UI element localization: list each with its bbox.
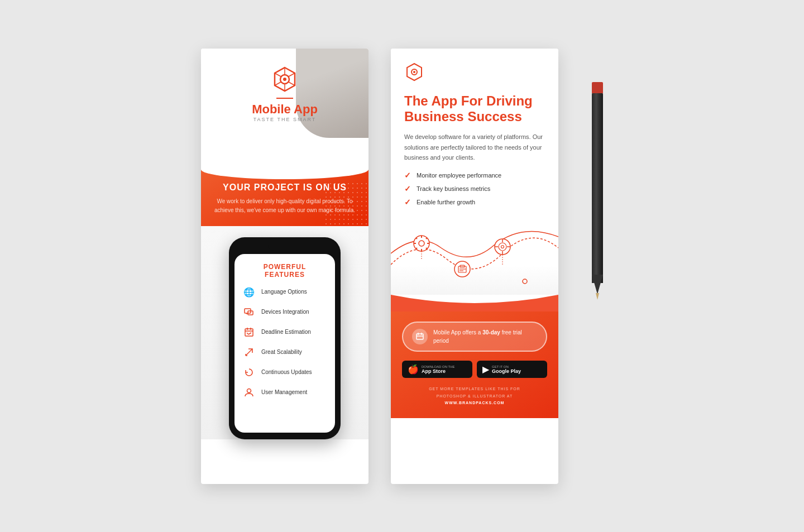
checkmark-2: ✓ bbox=[404, 184, 411, 193]
pencil-eraser bbox=[592, 82, 603, 94]
pencil-decoration bbox=[592, 82, 603, 294]
svg-line-19 bbox=[246, 349, 252, 356]
footer-line2: PHOTOSHOP & ILLUSTRATOR AT bbox=[402, 393, 547, 400]
timeline-svg bbox=[391, 220, 558, 293]
svg-line-6 bbox=[275, 82, 281, 85]
pencil-body bbox=[592, 93, 603, 283]
apple-icon: 🍎 bbox=[408, 364, 419, 375]
card2-logo-icon bbox=[404, 62, 424, 82]
check-label-2: Track key business metrics bbox=[417, 185, 490, 192]
svg-line-5 bbox=[289, 73, 295, 76]
svg-line-7 bbox=[275, 73, 281, 76]
svg-point-25 bbox=[413, 71, 415, 73]
feature-deadline: Deadline Estimation bbox=[242, 325, 327, 339]
white-curve bbox=[201, 160, 368, 179]
svg-point-2 bbox=[283, 78, 286, 81]
svg-line-33 bbox=[426, 248, 427, 249]
svg-line-32 bbox=[416, 238, 417, 239]
bottom-wave-svg bbox=[391, 295, 558, 311]
trial-box: Mobile App offers a 30-day free trial pe… bbox=[402, 322, 547, 352]
check-item-2: ✓ Track key business metrics bbox=[404, 184, 545, 193]
svg-line-18 bbox=[248, 333, 251, 334]
trial-appname: Mobile App bbox=[433, 329, 461, 336]
svg-point-50 bbox=[523, 279, 527, 284]
card2-bottom: Mobile App offers a 30-day free trial pe… bbox=[391, 310, 558, 418]
card2-bottom-wrapper: Mobile App offers a 30-day free trial pe… bbox=[391, 295, 558, 418]
check-item-3: ✓ Enable further growth bbox=[404, 198, 545, 207]
updates-icon bbox=[242, 366, 256, 379]
logo-icon bbox=[271, 65, 299, 93]
googleplay-button[interactable]: ▶ GET IT ON Google Play bbox=[477, 361, 547, 378]
appstore-button[interactable]: 🍎 Download on the App Store bbox=[402, 361, 472, 378]
feature-language: 🌐 Language Options bbox=[242, 285, 327, 299]
footer-url: WWW.BRANDPACKS.COM bbox=[402, 400, 547, 407]
feature-scalability-label: Great Scalability bbox=[261, 349, 302, 355]
svg-line-17 bbox=[247, 333, 248, 334]
pencil-point bbox=[596, 293, 599, 300]
card1-tagline: TASTE THE SMART bbox=[253, 117, 317, 122]
feature-users-label: User Management bbox=[261, 389, 307, 395]
feature-devices: Devices Integration bbox=[242, 305, 327, 319]
card-right: The App For Driving Business Success We … bbox=[391, 49, 558, 484]
dot-pattern bbox=[324, 181, 368, 226]
features-title: POWERFUL FEATURES bbox=[242, 263, 327, 279]
card1-orange-section: YOUR PROJECT IS ON US We work to deliver… bbox=[201, 160, 368, 226]
appstore-text: Download on the App Store bbox=[422, 365, 455, 374]
check-item-1: ✓ Monitor employee performance bbox=[404, 171, 545, 180]
appstore-name: App Store bbox=[422, 368, 455, 374]
feature-language-label: Language Options bbox=[261, 289, 307, 295]
pencil-tip bbox=[592, 275, 603, 294]
trial-icon bbox=[412, 329, 428, 344]
devices-icon bbox=[242, 305, 256, 319]
logo-section: Mobile App TASTE THE SMART bbox=[212, 65, 357, 122]
card1-brand-name: Mobile App bbox=[252, 102, 318, 117]
check-label-3: Enable further growth bbox=[417, 199, 475, 205]
trial-text: Mobile App offers a 30-day free trial pe… bbox=[433, 328, 537, 345]
feature-updates: Continuous Updates bbox=[242, 366, 327, 379]
card2-description: We develop software for a variety of pla… bbox=[404, 132, 545, 163]
card-left: Mobile App TASTE THE SMART YOUR PROJECT … bbox=[201, 49, 368, 484]
svg-rect-51 bbox=[417, 334, 423, 339]
users-icon bbox=[242, 386, 256, 399]
googleplay-text: GET IT ON Google Play bbox=[492, 365, 521, 374]
checkmark-1: ✓ bbox=[404, 171, 411, 180]
google-play-icon: ▶ bbox=[482, 364, 489, 375]
checkmark-3: ✓ bbox=[404, 198, 411, 207]
feature-users: User Management bbox=[242, 386, 327, 399]
card2-header: The App For Driving Business Success We … bbox=[391, 49, 558, 221]
deadline-icon bbox=[242, 325, 256, 339]
card2-title: The App For Driving Business Success bbox=[404, 93, 545, 126]
trial-days: 30-day bbox=[482, 329, 500, 336]
check-label-1: Monitor employee performance bbox=[417, 172, 501, 179]
trial-offers: offers a bbox=[461, 329, 482, 336]
svg-line-35 bbox=[426, 238, 427, 239]
language-icon: 🌐 bbox=[242, 285, 256, 299]
svg-point-22 bbox=[247, 389, 251, 392]
footer-line1: GET MORE TEMPLATES LIKE THIS FOR bbox=[402, 386, 547, 393]
svg-text:🌐: 🌐 bbox=[243, 287, 255, 298]
feature-scalability: Great Scalability bbox=[242, 346, 327, 359]
app-store-buttons: 🍎 Download on the App Store ▶ GET IT ON … bbox=[402, 361, 547, 378]
phone-mockup: POWERFUL FEATURES 🌐 Language Options bbox=[229, 237, 341, 439]
googleplay-name: Google Play bbox=[492, 368, 521, 374]
footer-text: GET MORE TEMPLATES LIKE THIS FOR PHOTOSH… bbox=[402, 386, 547, 407]
feature-devices-label: Devices Integration bbox=[261, 309, 309, 315]
svg-rect-13 bbox=[245, 329, 253, 336]
svg-line-8 bbox=[289, 82, 295, 85]
features-section: POWERFUL FEATURES 🌐 Language Options bbox=[201, 226, 368, 439]
svg-line-34 bbox=[416, 248, 417, 249]
card1-header: Mobile App TASTE THE SMART bbox=[201, 49, 368, 160]
scalability-icon bbox=[242, 346, 256, 359]
logo-divider bbox=[276, 98, 293, 99]
phone-screen: POWERFUL FEATURES 🌐 Language Options bbox=[234, 254, 335, 433]
card2-timeline bbox=[391, 220, 558, 295]
feature-updates-label: Continuous Updates bbox=[261, 369, 312, 375]
feature-deadline-label: Deadline Estimation bbox=[261, 329, 311, 335]
phone-notch bbox=[268, 244, 302, 251]
